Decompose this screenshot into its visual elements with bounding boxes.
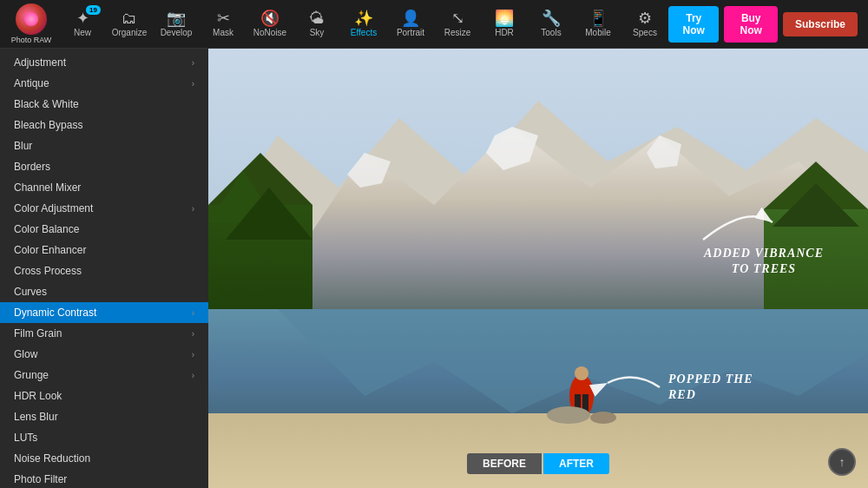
nav-label-develop: Develop <box>161 28 193 37</box>
app-title: Photo RAW <box>11 36 52 44</box>
nav-item-tools[interactable]: 🔧 Tools <box>528 0 575 49</box>
menu-item-lens-blur[interactable]: Lens Blur <box>0 406 208 427</box>
menu-item-blur[interactable]: Blur <box>0 135 208 156</box>
submenu-arrow-dynamic-contrast: › <box>192 308 194 318</box>
nav-item-effects[interactable]: ✨ Effects <box>340 0 387 49</box>
nav-label-new: New <box>74 28 91 37</box>
svg-point-17 <box>575 366 589 380</box>
buy-now-button[interactable]: Buy Now <box>724 6 778 43</box>
nav-label-sky: Sky <box>310 28 325 37</box>
nav-item-organize[interactable]: 🗂 Organize <box>106 0 153 49</box>
menu-label-black-white: Black & White <box>14 98 79 110</box>
nav-item-sky[interactable]: 🌤 Sky <box>293 0 340 49</box>
menu-item-film-grain[interactable]: Film Grain › <box>0 323 208 344</box>
nav-buttons: Try Now Buy Now Subscribe <box>668 6 865 43</box>
nav-label-hdr: HDR <box>495 28 514 37</box>
menu-label-film-grain: Film Grain <box>14 327 62 340</box>
resize-icon: ⤡ <box>451 10 464 26</box>
menu-label-cross-process: Cross Process <box>14 265 82 277</box>
hdr-icon: 🌅 <box>495 10 514 26</box>
main-area: Adjustment ›Antique ›Black & White Bleac… <box>0 49 868 488</box>
nav-item-resize[interactable]: ⤡ Resize <box>434 0 481 49</box>
organize-icon: 🗂 <box>122 10 137 26</box>
menu-label-bleach-bypass: Bleach Bypass <box>14 119 82 131</box>
menu-item-borders[interactable]: Borders <box>0 156 208 177</box>
menu-label-noise-reduction: Noise Reduction <box>14 452 90 465</box>
nav-label-mobile: Mobile <box>585 28 610 37</box>
menu-label-channel-mixer: Channel Mixer <box>14 181 81 194</box>
menu-item-grunge[interactable]: Grunge › <box>0 365 208 386</box>
menu-item-color-balance[interactable]: Color Balance <box>0 219 208 240</box>
menu-item-color-adjustment[interactable]: Color Adjustment › <box>0 198 208 219</box>
menu-label-lens-blur: Lens Blur <box>14 411 58 423</box>
nav-item-hdr[interactable]: 🌅 HDR <box>481 0 528 49</box>
submenu-arrow-color-adjustment: › <box>192 204 194 214</box>
menu-label-hdr-look: HDR Look <box>14 390 62 402</box>
menu-label-dynamic-contrast: Dynamic Contrast <box>14 307 96 319</box>
submenu-arrow-adjustment: › <box>192 58 194 68</box>
menu-item-photo-filter[interactable]: Photo Filter <box>0 469 208 488</box>
split-labels: BEFORE AFTER <box>467 453 609 474</box>
menu-item-noise-reduction[interactable]: Noise Reduction <box>0 448 208 469</box>
menu-item-hdr-look[interactable]: HDR Look <box>0 386 208 406</box>
nav-label-nonoise: NoNoise <box>253 28 286 37</box>
svg-point-21 <box>590 412 616 424</box>
menu-item-adjustment[interactable]: Adjustment › <box>0 52 208 73</box>
nav-item-mask[interactable]: ✂ Mask <box>200 0 247 49</box>
nav-items: ✦ New19🗂 Organize📷 Develop✂ Mask🔇 NoNois… <box>59 0 668 49</box>
svg-point-20 <box>547 406 590 424</box>
menu-item-bleach-bypass[interactable]: Bleach Bypass <box>0 115 208 135</box>
tools-icon: 🔧 <box>542 10 561 26</box>
effects-icon: ✨ <box>354 10 373 26</box>
image-area: ADDED VIBRANCE TO TREES POPPED THE RED B… <box>208 49 868 488</box>
nav-item-specs[interactable]: ⚙ Specs <box>621 0 668 49</box>
nav-item-mobile[interactable]: 📱 Mobile <box>575 0 621 49</box>
menu-label-color-adjustment: Color Adjustment <box>14 202 93 214</box>
menu-item-color-enhancer[interactable]: Color Enhancer <box>0 240 208 260</box>
svg-text:POPPED THE: POPPED THE <box>668 373 753 386</box>
menu-item-channel-mixer[interactable]: Channel Mixer <box>0 177 208 198</box>
menu-label-blur: Blur <box>14 140 32 152</box>
svg-text:RED: RED <box>667 388 696 401</box>
mask-icon: ✂ <box>217 10 230 26</box>
menu-item-glow[interactable]: Glow › <box>0 344 208 365</box>
before-button[interactable]: BEFORE <box>467 453 542 474</box>
effects-menu-panel: Adjustment ›Antique ›Black & White Bleac… <box>0 49 208 488</box>
menu-item-cross-process[interactable]: Cross Process <box>0 260 208 281</box>
menu-label-glow: Glow <box>14 348 37 360</box>
svg-rect-15 <box>208 413 868 488</box>
menu-label-photo-filter: Photo Filter <box>14 473 67 485</box>
mobile-icon: 📱 <box>589 10 608 26</box>
menu-item-dynamic-contrast[interactable]: Dynamic Contrast ›Grunge ContrastNatural… <box>0 302 208 323</box>
upload-button[interactable]: ↑ <box>828 448 856 476</box>
develop-icon: 📷 <box>167 10 186 26</box>
menu-label-adjustment: Adjustment <box>14 56 66 69</box>
nav-item-nonoise[interactable]: 🔇 NoNoise <box>247 0 293 49</box>
menu-item-curves[interactable]: Curves <box>0 281 208 302</box>
after-button[interactable]: AFTER <box>543 453 609 474</box>
menu-label-borders: Borders <box>14 161 50 173</box>
menu-item-black-white[interactable]: Black & White <box>0 94 208 115</box>
try-now-button[interactable]: Try Now <box>668 6 719 43</box>
submenu-arrow-grunge: › <box>192 371 194 380</box>
menu-label-color-enhancer: Color Enhancer <box>14 244 86 256</box>
nav-label-effects: Effects <box>351 28 377 37</box>
menu-item-antique[interactable]: Antique › <box>0 73 208 94</box>
badge-new: 19 <box>86 5 101 15</box>
nav-label-mask: Mask <box>213 28 233 37</box>
nav-label-specs: Specs <box>633 28 657 37</box>
specs-icon: ⚙ <box>638 10 652 26</box>
menu-label-luts: LUTs <box>14 432 37 444</box>
subscribe-button[interactable]: Subscribe <box>783 12 858 36</box>
logo-icon <box>16 3 47 35</box>
nav-item-develop[interactable]: 📷 Develop <box>153 0 200 49</box>
nav-label-resize: Resize <box>444 28 471 37</box>
nav-item-portrait[interactable]: 👤 Portrait <box>387 0 434 49</box>
nav-label-tools: Tools <box>541 28 561 37</box>
portrait-icon: 👤 <box>401 10 420 26</box>
svg-text:TO TREES: TO TREES <box>732 262 796 275</box>
menu-item-luts[interactable]: LUTs <box>0 427 208 448</box>
nav-item-new[interactable]: ✦ New19 <box>59 0 106 49</box>
app-logo[interactable]: Photo RAW <box>3 0 59 49</box>
menu-label-curves: Curves <box>14 286 47 298</box>
